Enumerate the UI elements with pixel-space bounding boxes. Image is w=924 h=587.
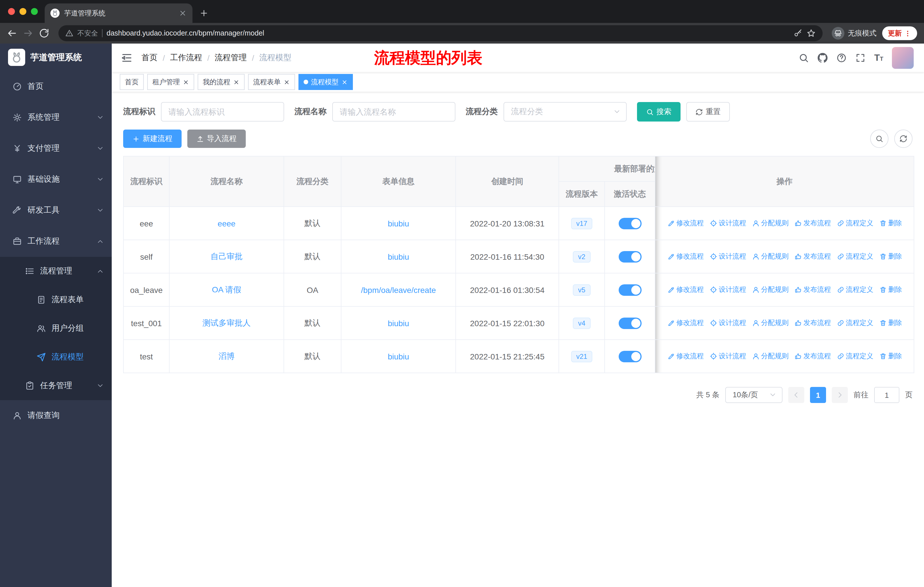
filter-name-input[interactable] [332,102,455,122]
toggle-search-button[interactable] [870,129,888,148]
new-tab-button[interactable] [200,8,208,18]
sidebar-fold-icon[interactable] [121,52,132,64]
action-分配规则[interactable]: 分配规则 [752,318,789,327]
model-name-link[interactable]: 测试多审批人 [203,318,251,327]
tag-流程表单[interactable]: 流程表单 [248,74,295,90]
close-icon[interactable] [342,79,348,85]
action-修改流程[interactable]: 修改流程 [667,351,704,361]
user-avatar[interactable] [892,47,914,69]
import-model-button[interactable]: 导入流程 [187,129,246,148]
action-删除[interactable]: 删除 [879,351,902,361]
active-toggle[interactable] [619,317,641,329]
model-name-link[interactable]: eeee [218,219,236,228]
action-删除[interactable]: 删除 [879,218,902,228]
action-发布流程[interactable]: 发布流程 [794,218,831,228]
breadcrumb-item[interactable]: 工作流程 [170,53,202,63]
action-分配规则[interactable]: 分配规则 [752,218,789,228]
tab-close-icon[interactable] [179,9,187,17]
maximize-window-button[interactable] [31,8,38,15]
sidebar-item-支付管理[interactable]: 支付管理 [0,133,112,164]
active-toggle[interactable] [619,284,641,296]
form-info-link[interactable]: biubiu [388,352,409,361]
action-发布流程[interactable]: 发布流程 [794,351,831,361]
action-流程定义[interactable]: 流程定义 [837,284,873,294]
refresh-table-button[interactable] [894,129,912,148]
active-toggle[interactable] [619,251,641,262]
sidebar-item-基础设施[interactable]: 基础设施 [0,164,112,195]
sidebar-item-流程管理[interactable]: 流程管理 [0,257,112,286]
form-info-link[interactable]: /bpm/oa/leave/create [361,285,436,294]
breadcrumb-item[interactable]: 首页 [142,53,158,63]
sidebar-item-流程模型[interactable]: 流程模型 [0,343,112,372]
action-删除[interactable]: 删除 [879,284,902,294]
close-icon[interactable] [183,79,189,85]
action-修改流程[interactable]: 修改流程 [667,318,704,327]
form-info-link[interactable]: biubiu [388,252,409,261]
action-流程定义[interactable]: 流程定义 [837,251,873,261]
action-修改流程[interactable]: 修改流程 [667,251,704,261]
page-number-button[interactable]: 1 [810,387,826,403]
page-size-select[interactable]: 10条/页 [725,387,782,403]
tag-租户管理[interactable]: 租户管理 [147,74,194,90]
url-text[interactable]: dashboard.yudao.iocoder.cn/bpm/manager/m… [107,29,264,37]
tag-我的流程[interactable]: 我的流程 [198,74,244,90]
action-删除[interactable]: 删除 [879,251,902,261]
action-设计流程[interactable]: 设计流程 [710,251,746,261]
help-icon[interactable] [837,53,846,63]
breadcrumb-item[interactable]: 流程管理 [215,53,247,63]
browser-update-button[interactable]: 更新 [882,26,917,40]
action-流程定义[interactable]: 流程定义 [837,318,873,327]
search-icon[interactable] [799,53,809,63]
sidebar-item-任务管理[interactable]: 任务管理 [0,372,112,400]
action-发布流程[interactable]: 发布流程 [794,251,831,261]
reset-button[interactable]: 重置 [686,102,730,122]
sidebar-item-请假查询[interactable]: 请假查询 [0,400,112,431]
sidebar-item-研发工具[interactable]: 研发工具 [0,195,112,226]
action-分配规则[interactable]: 分配规则 [752,351,789,361]
sidebar-item-首页[interactable]: 首页 [0,71,112,102]
tag-首页[interactable]: 首页 [120,74,144,90]
active-toggle[interactable] [619,218,641,229]
tag-流程模型[interactable]: 流程模型 [299,74,353,90]
sidebar-item-系统管理[interactable]: 系统管理 [0,102,112,133]
sidebar-item-用户分组[interactable]: 用户分组 [0,314,112,343]
back-button[interactable] [7,28,17,38]
search-button[interactable]: 搜索 [637,102,681,122]
action-发布流程[interactable]: 发布流程 [794,284,831,294]
action-分配规则[interactable]: 分配规则 [752,251,789,261]
action-流程定义[interactable]: 流程定义 [837,351,873,361]
key-icon[interactable] [794,29,803,38]
model-name-link[interactable]: 滔博 [219,351,234,360]
browser-tab[interactable]: 芋道管理系统 [45,3,193,23]
security-label[interactable]: 不安全 [78,28,98,38]
active-toggle[interactable] [619,351,641,362]
app-logo[interactable]: 芋道管理系统 [0,43,112,71]
address-bar[interactable]: 不安全 dashboard.yudao.iocoder.cn/bpm/manag… [58,25,823,41]
goto-page-input[interactable] [874,387,899,403]
action-设计流程[interactable]: 设计流程 [710,284,746,294]
action-设计流程[interactable]: 设计流程 [710,351,746,361]
minimize-window-button[interactable] [20,8,26,15]
font-size-icon[interactable] [874,53,883,63]
close-icon[interactable] [233,79,239,85]
forward-button[interactable] [23,28,33,38]
bookmark-star-icon[interactable] [807,29,816,38]
reload-button[interactable] [39,28,49,38]
form-info-link[interactable]: biubiu [388,318,409,327]
model-name-link[interactable]: 自己审批 [211,251,243,261]
action-修改流程[interactable]: 修改流程 [667,284,704,294]
sidebar-item-流程表单[interactable]: 流程表单 [0,286,112,314]
action-流程定义[interactable]: 流程定义 [837,218,873,228]
sidebar-item-工作流程[interactable]: 工作流程 [0,226,112,257]
filter-key-input[interactable] [161,102,284,122]
filter-category-select[interactable]: 流程分类 [503,102,627,122]
action-设计流程[interactable]: 设计流程 [710,318,746,327]
github-icon[interactable] [817,53,828,63]
browser-menu-icon[interactable] [904,30,911,37]
fullscreen-icon[interactable] [855,53,866,63]
action-发布流程[interactable]: 发布流程 [794,318,831,327]
model-name-link[interactable]: OA 请假 [212,284,241,294]
next-page-button[interactable] [832,387,848,403]
action-修改流程[interactable]: 修改流程 [667,218,704,228]
form-info-link[interactable]: biubiu [388,219,409,228]
